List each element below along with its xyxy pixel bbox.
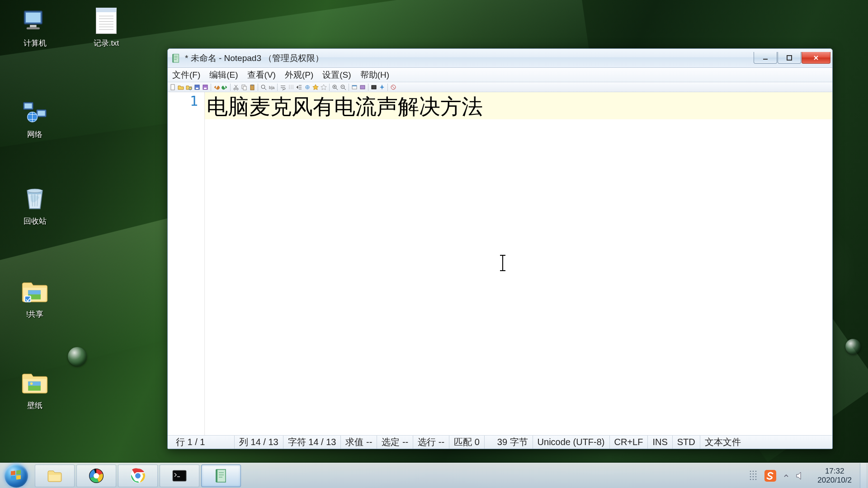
svg-rect-27 [243, 86, 246, 90]
swirl-browser-icon [88, 468, 104, 484]
status-eval[interactable]: 求值 -- [341, 436, 377, 449]
svg-rect-2 [30, 25, 37, 27]
tb-ontop-icon[interactable] [370, 83, 378, 91]
menu-file[interactable]: 文件(F) [168, 68, 205, 82]
tb-redo-icon[interactable] [221, 83, 229, 91]
titlebar[interactable]: * 未命名 - Notepad3 （管理员权限） [168, 49, 832, 68]
tb-find-icon[interactable] [259, 83, 268, 91]
menu-view[interactable]: 查看(V) [243, 68, 280, 82]
desktop-icon-txtfile[interactable]: 记录.txt [81, 6, 131, 48]
status-sel[interactable]: 选定 -- [377, 436, 413, 449]
status-filetype[interactable]: 文本文件 [700, 436, 745, 449]
tb-copy-icon[interactable] [240, 83, 248, 91]
status-bytes[interactable]: 39 字节 [493, 436, 533, 449]
status-encoding[interactable]: Unicode (UTF-8) [533, 436, 610, 449]
icon-label: 回收站 [24, 216, 47, 226]
status-sellines[interactable]: 选行 -- [413, 436, 449, 449]
tb-scheme-icon[interactable] [350, 83, 359, 91]
svg-rect-42 [11, 475, 15, 480]
taskbar-clock[interactable]: 17:32 2020/10/2 [813, 467, 856, 484]
tb-zoomin-icon[interactable] [331, 83, 339, 91]
clock-time: 17:32 [817, 467, 852, 476]
icon-label: !共享 [26, 309, 44, 319]
line-number: 1 [168, 93, 198, 109]
tb-guides-icon[interactable] [287, 83, 295, 91]
tb-browse-icon[interactable] [185, 83, 193, 91]
statusbar: 行 1 / 1 列 14 / 13 字符 14 / 13 求值 -- 选定 --… [168, 435, 832, 449]
status-char[interactable]: 字符 14 / 13 [283, 436, 341, 449]
menubar: 文件(F) 编辑(E) 查看(V) 外观(P) 设置(S) 帮助(H) [168, 68, 832, 82]
clock-date: 2020/10/2 [817, 476, 852, 485]
tb-saveas-icon[interactable] [201, 83, 209, 91]
maximize-button[interactable] [778, 52, 801, 64]
tray-grip-icon[interactable] [749, 469, 758, 483]
status-match[interactable]: 匹配 0 [449, 436, 485, 449]
tray-volume-icon[interactable] [796, 471, 805, 481]
svg-point-53 [750, 473, 751, 474]
tray-sogou-icon[interactable] [764, 469, 777, 482]
taskbar-chrome[interactable] [118, 465, 158, 487]
line-number-gutter: 1 [168, 92, 205, 435]
svg-rect-18 [171, 84, 175, 90]
tb-replace-icon[interactable]: b|a [268, 83, 276, 91]
tb-zoomout-icon[interactable] [339, 83, 347, 91]
tb-undo-icon[interactable] [212, 83, 221, 91]
status-col[interactable]: 列 14 / 13 [235, 436, 283, 449]
svg-point-56 [750, 476, 751, 477]
tb-cancel-icon[interactable] [389, 83, 397, 91]
svg-point-45 [94, 473, 99, 479]
taskbar-explorer[interactable] [35, 465, 75, 487]
svg-text:b|a: b|a [269, 85, 274, 90]
menu-edit[interactable]: 编辑(E) [205, 68, 242, 82]
icon-label: 网络 [27, 129, 42, 140]
tb-open-icon[interactable] [177, 83, 185, 91]
tb-cut-icon[interactable] [232, 83, 240, 91]
tb-wordwrap-icon[interactable] [279, 83, 287, 91]
show-desktop-button[interactable] [860, 463, 866, 488]
menu-settings[interactable]: 设置(S) [318, 68, 355, 82]
tb-pin-icon[interactable] [378, 83, 386, 91]
txt-file-icon [92, 6, 121, 35]
tb-bookmark-icon[interactable] [311, 83, 320, 91]
svg-point-30 [261, 85, 265, 89]
tray-expand-icon[interactable] [783, 473, 789, 479]
icon-label: 计算机 [24, 38, 47, 48]
desktop[interactable]: 计算机 记录.txt 网络 回收站 !共享 壁纸 * 未命名 - Notepad… [0, 0, 868, 488]
close-button[interactable] [802, 52, 830, 64]
taskbar-browser1[interactable] [76, 465, 116, 487]
svg-rect-36 [352, 85, 357, 86]
tb-clear-icon[interactable] [320, 83, 328, 91]
tb-whitespace-icon[interactable] [303, 83, 311, 91]
minimize-button[interactable] [754, 52, 777, 64]
menu-appearance[interactable]: 外观(P) [280, 68, 318, 82]
system-tray: 17:32 2020/10/2 [744, 463, 868, 488]
tb-new-icon[interactable] [169, 83, 177, 91]
status-eol[interactable]: CR+LF [610, 436, 648, 449]
desktop-icon-recycle-bin[interactable]: 回收站 [10, 184, 60, 226]
tb-indent-icon[interactable] [295, 83, 303, 91]
desktop-icon-wallpaper[interactable]: 壁纸 [10, 369, 60, 411]
start-button[interactable] [0, 463, 33, 488]
taskbar: 17:32 2020/10/2 [0, 463, 868, 488]
status-ins[interactable]: INS [648, 436, 672, 449]
status-std[interactable]: STD [673, 436, 700, 449]
task-buttons [33, 463, 241, 488]
svg-rect-21 [196, 88, 198, 89]
desktop-icon-share[interactable]: !共享 [10, 277, 60, 319]
svg-point-15 [30, 382, 33, 385]
taskbar-notepad3[interactable] [201, 465, 241, 487]
tb-save-icon[interactable] [193, 83, 201, 91]
text-area[interactable]: 电脑麦克风有电流声解决方法 [205, 92, 832, 435]
svg-rect-5 [24, 103, 32, 108]
tb-config-icon[interactable] [359, 83, 367, 91]
svg-point-57 [753, 476, 754, 477]
menu-help[interactable]: 帮助(H) [356, 68, 394, 82]
desktop-icon-computer[interactable]: 计算机 [10, 6, 60, 48]
svg-rect-1 [26, 13, 41, 23]
status-line[interactable]: 行 1 / 1 [171, 436, 235, 449]
taskbar-terminal[interactable] [160, 465, 199, 487]
svg-rect-3 [27, 28, 40, 30]
tb-paste-icon[interactable] [248, 83, 256, 91]
desktop-icon-network[interactable]: 网络 [10, 98, 60, 140]
svg-rect-16 [763, 59, 768, 60]
